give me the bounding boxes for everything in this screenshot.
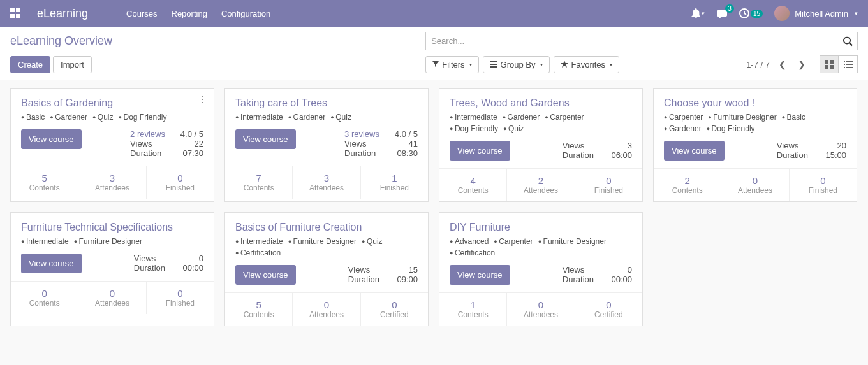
course-card[interactable]: Choose your wood ! CarpenterFurniture De… (653, 88, 857, 202)
list-view-button[interactable] (839, 55, 858, 73)
stat-cell[interactable]: 0 Finished (147, 282, 214, 314)
reviews-link[interactable]: 2 reviews (130, 129, 165, 139)
stat-label: Contents (228, 183, 290, 192)
course-title[interactable]: Choose your wood ! (664, 97, 846, 109)
view-course-button[interactable]: View course (21, 254, 82, 273)
course-card[interactable]: DIY Furniture AdvancedCarpenterFurniture… (439, 212, 643, 326)
stat-cell[interactable]: 0 Attendees (78, 282, 146, 314)
course-tag: Certification (450, 248, 495, 257)
pager-range[interactable]: 1-7 / 7 (746, 60, 770, 69)
reviews-link[interactable]: 3 reviews (344, 129, 379, 139)
course-card[interactable]: ⋮ Basics of Gardening BasicGardenerQuizD… (10, 88, 214, 202)
svg-rect-3 (490, 61, 497, 62)
view-course-button[interactable]: View course (450, 265, 510, 285)
nav-item-configuration[interactable]: Configuration (221, 9, 270, 18)
kanban-icon (825, 60, 834, 69)
import-button[interactable]: Import (53, 56, 92, 73)
course-tags: AdvancedCarpenterFurniture DesignerCerti… (450, 237, 632, 257)
stat-cell[interactable]: 3 Attendees (293, 166, 360, 199)
course-card[interactable]: Basics of Furniture Creation Intermediat… (224, 212, 429, 326)
stat-label: Attendees (295, 183, 357, 192)
nav-item-reporting[interactable]: Reporting (172, 9, 207, 18)
course-card[interactable]: Trees, Wood and Gardens IntermediateGard… (439, 88, 643, 202)
duration-label: Duration (563, 275, 594, 284)
stat-label: Finished (792, 186, 854, 195)
view-course-button[interactable]: View course (21, 129, 82, 149)
clock-badge: 15 (751, 10, 763, 18)
views-value: 0 (178, 254, 203, 263)
groupby-dropdown[interactable]: Group By ▾ (483, 56, 550, 73)
course-tag: Dog Friendly (119, 113, 167, 122)
stat-cell[interactable]: 5 Contents (225, 293, 293, 326)
stat-cell[interactable]: 5 Contents (11, 166, 78, 199)
kanban-view-button[interactable] (820, 55, 839, 73)
clock-icon[interactable]: 15 (739, 8, 763, 18)
course-tags: BasicGardenerQuizDog Friendly (21, 113, 203, 122)
create-button[interactable]: Create (10, 56, 50, 73)
view-course-button[interactable]: View course (664, 141, 725, 161)
stat-cell[interactable]: 0 Finished (575, 169, 642, 201)
stat-cell[interactable]: 0 Attendees (293, 293, 360, 326)
user-menu[interactable]: Mitchell Admin ▾ (774, 6, 858, 21)
stat-cell[interactable]: 2 Contents (654, 169, 721, 201)
card-footer: 5 Contents 3 Attendees 0 Finished (11, 166, 214, 199)
course-card[interactable]: Taking care of Trees IntermediateGardene… (224, 88, 429, 202)
view-course-button[interactable]: View course (235, 265, 296, 285)
stat-number: 0 (149, 173, 211, 183)
search-icon[interactable] (843, 36, 853, 46)
view-course-button[interactable]: View course (450, 141, 510, 161)
stat-cell[interactable]: 0 Finished (790, 169, 857, 201)
stat-cell[interactable]: 0 Certified (575, 293, 642, 326)
course-stats: Views0Duration00:00 (563, 265, 632, 284)
stat-cell[interactable]: 0 Finished (147, 166, 214, 199)
course-tags: CarpenterFurniture DesignerBasicGardener… (664, 113, 846, 133)
stat-cell[interactable]: 0 Certified (361, 293, 428, 326)
stat-label: Certified (364, 310, 425, 319)
stat-number: 7 (228, 173, 290, 183)
course-stats: 2 reviews4.0 / 5Views22Duration07:30 (130, 129, 203, 158)
views-label: Views (134, 254, 156, 263)
stat-cell[interactable]: 2 Attendees (507, 169, 575, 201)
notifications-icon[interactable]: ▾ (691, 8, 705, 18)
stat-cell[interactable]: 0 Attendees (721, 169, 789, 201)
card-menu-icon[interactable]: ⋮ (198, 95, 207, 104)
card-footer: 4 Contents 2 Attendees 0 Finished (439, 168, 642, 201)
course-title[interactable]: Taking care of Trees (235, 97, 418, 109)
course-title[interactable]: Basics of Furniture Creation (235, 222, 418, 233)
filters-dropdown[interactable]: Filters ▾ (425, 56, 478, 73)
stat-cell[interactable]: 7 Contents (225, 166, 293, 199)
course-stats: Views20Duration15:00 (777, 141, 846, 160)
course-stats: Views0Duration00:00 (134, 254, 203, 273)
course-title[interactable]: Trees, Wood and Gardens (450, 97, 632, 109)
stat-label: Attendees (295, 310, 357, 319)
caret-down-icon: ▾ (540, 62, 543, 68)
stat-label: Finished (149, 299, 211, 308)
stat-cell[interactable]: 0 Contents (11, 282, 78, 314)
pager-next[interactable]: ❯ (795, 59, 808, 69)
stat-number: 0 (13, 288, 75, 299)
course-title[interactable]: Basics of Gardening (21, 97, 203, 109)
course-card[interactable]: Furniture Technical Specifications Inter… (10, 212, 214, 326)
nav-item-courses[interactable]: Courses (126, 9, 157, 18)
course-tag: Certification (235, 248, 281, 257)
card-footer: 7 Contents 3 Attendees 1 Finished (225, 166, 428, 199)
course-title[interactable]: DIY Furniture (450, 222, 632, 233)
stat-cell[interactable]: 1 Contents (439, 293, 507, 326)
course-title[interactable]: Furniture Technical Specifications (21, 222, 203, 233)
stat-cell[interactable]: 3 Attendees (78, 166, 146, 199)
messages-icon[interactable]: 3 (716, 8, 728, 18)
navbar: eLearning Courses Reporting Configuratio… (0, 0, 868, 27)
avatar (774, 6, 790, 21)
pager-prev[interactable]: ❮ (776, 59, 789, 69)
favorites-dropdown[interactable]: Favorites ▾ (554, 56, 619, 73)
svg-rect-14 (844, 67, 845, 68)
view-course-button[interactable]: View course (235, 129, 296, 149)
stat-cell[interactable]: 1 Finished (361, 166, 428, 199)
apps-icon[interactable] (10, 8, 22, 19)
rating-value: 4.0 / 5 (392, 129, 418, 139)
search-input[interactable] (425, 32, 858, 50)
stat-cell[interactable]: 0 Attendees (507, 293, 575, 326)
stat-number: 5 (228, 299, 290, 310)
stat-cell[interactable]: 4 Contents (439, 169, 507, 201)
duration-label: Duration (777, 150, 808, 160)
